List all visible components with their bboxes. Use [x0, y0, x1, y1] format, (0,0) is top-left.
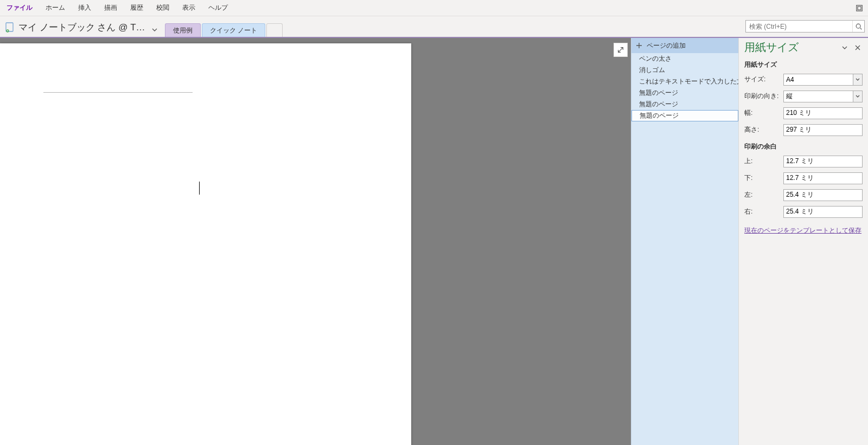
chevron-down-icon	[842, 46, 847, 49]
svg-point-4	[856, 24, 860, 28]
menu-draw[interactable]: 描画	[98, 0, 124, 16]
menu-bar: ファイル ホーム 挿入 描画 履歴 校閲 表示 ヘルプ	[0, 0, 868, 16]
page-item-0[interactable]: ペンの太さ	[631, 53, 738, 65]
svg-point-3	[7, 30, 9, 32]
section-tab-1[interactable]: クイック ノート	[202, 23, 265, 37]
size-value[interactable]: A4	[783, 74, 853, 86]
page-item-2[interactable]: これはテキストモードで入力した文章で	[631, 76, 738, 87]
notebook-dropdown-icon[interactable]	[152, 28, 157, 31]
plus-icon	[636, 42, 642, 49]
orientation-value[interactable]: 縦	[783, 91, 853, 102]
margin-bottom-value[interactable]: 12.7 ミリ	[783, 172, 863, 184]
margin-top-label: 上:	[744, 157, 783, 166]
search-box[interactable]	[745, 20, 865, 33]
expand-page-list-button[interactable]	[614, 43, 628, 57]
margin-top-value[interactable]: 12.7 ミリ	[783, 156, 863, 167]
fullscreen-icon	[856, 4, 863, 12]
svg-rect-1	[858, 6, 861, 9]
add-page-button[interactable]: ページの追加	[631, 38, 738, 53]
menu-help[interactable]: ヘルプ	[202, 0, 234, 16]
section-margin-title: 印刷の余白	[744, 142, 863, 151]
menu-view[interactable]: 表示	[176, 0, 202, 16]
expand-diagonal-icon	[617, 46, 624, 54]
pane-close-button[interactable]	[853, 43, 863, 53]
page-item-5[interactable]: 無題のページ	[631, 110, 738, 121]
height-value[interactable]: 297 ミリ	[783, 124, 863, 136]
save-as-template-link[interactable]: 現在のページをテンプレートとして保存	[744, 226, 863, 235]
paper-size-pane: 用紙サイズ 用紙サイズ サイズ: A4 印刷の向き: 縦 幅:	[738, 38, 868, 445]
menu-home[interactable]: ホーム	[39, 0, 72, 16]
notebook-title[interactable]: マイ ノートブック さん @ The ...	[18, 21, 149, 34]
size-label: サイズ:	[744, 75, 783, 84]
search-input[interactable]	[746, 23, 852, 30]
height-label: 高さ:	[744, 125, 783, 134]
text-cursor	[199, 182, 200, 195]
margin-bottom-label: 下:	[744, 173, 783, 183]
page-canvas[interactable]	[0, 38, 631, 445]
search-dropdown[interactable]	[852, 21, 864, 32]
margin-right-value[interactable]: 25.4 ミリ	[783, 206, 863, 218]
margin-left-value[interactable]: 25.4 ミリ	[783, 189, 863, 201]
page-title-underline	[43, 92, 193, 93]
menu-review[interactable]: 校閲	[150, 0, 176, 16]
svg-rect-0	[857, 5, 863, 11]
page-item-3[interactable]: 無題のページ	[631, 87, 738, 99]
search-icon	[855, 23, 863, 30]
orientation-label: 印刷の向き:	[744, 92, 783, 101]
pane-title: 用紙サイズ	[744, 40, 837, 55]
page-item-1[interactable]: 消しゴム	[631, 65, 738, 76]
close-icon	[855, 45, 860, 50]
chevron-down-icon	[856, 78, 860, 81]
add-section-tab[interactable]	[266, 23, 283, 37]
section-size-title: 用紙サイズ	[744, 60, 863, 69]
size-dropdown[interactable]	[853, 74, 863, 86]
chevron-down-icon	[856, 95, 860, 98]
orientation-dropdown[interactable]	[853, 91, 863, 102]
menu-file[interactable]: ファイル	[0, 0, 39, 16]
margin-left-label: 左:	[744, 190, 783, 199]
margin-right-label: 右:	[744, 207, 783, 216]
section-tab-0[interactable]: 使用例	[165, 23, 201, 37]
menu-insert[interactable]: 挿入	[72, 0, 98, 16]
page-list-panel: ページの追加 ペンの太さ 消しゴム これはテキストモードで入力した文章で 無題の…	[631, 38, 738, 445]
width-label: 幅:	[744, 108, 783, 118]
add-page-label: ページの追加	[647, 41, 686, 50]
menu-history[interactable]: 履歴	[124, 0, 150, 16]
pane-options-button[interactable]	[840, 43, 850, 53]
section-tab-bar: マイ ノートブック さん @ The ... 使用例 クイック ノート	[0, 16, 868, 38]
notebook-icon	[4, 22, 15, 33]
page-item-4[interactable]: 無題のページ	[631, 99, 738, 110]
note-page[interactable]	[0, 43, 411, 445]
width-value[interactable]: 210 ミリ	[783, 107, 863, 119]
fullscreen-button[interactable]	[851, 0, 868, 16]
